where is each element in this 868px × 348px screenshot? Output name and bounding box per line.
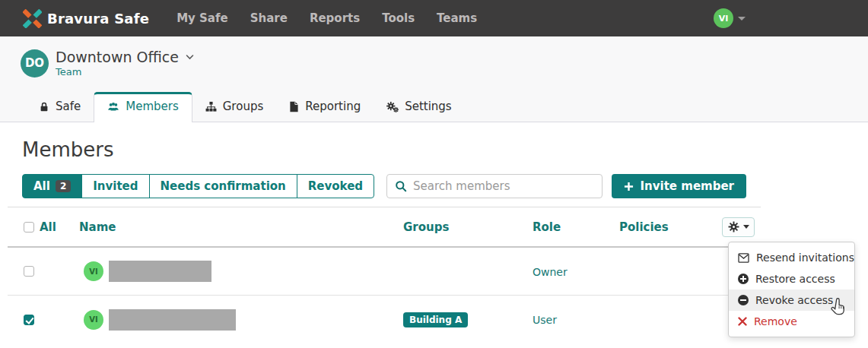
table-header-row: All Name Groups Role Policies [8, 207, 755, 248]
member-count-badge: 2 [56, 180, 71, 192]
team-switcher-chevron-icon[interactable] [186, 54, 194, 60]
tab-groups[interactable]: Groups [192, 93, 276, 122]
filter-label: Needs confirmation [161, 179, 286, 193]
select-all-label: All [40, 220, 56, 234]
tab-label: Safe [56, 100, 81, 113]
main-nav: My Safe Share Reports Tools Teams [176, 11, 477, 25]
filter-label: All [33, 179, 50, 193]
members-toolbar: All 2 Invited Needs confirmation Revoked [22, 174, 746, 198]
file-icon [289, 101, 299, 112]
member-role: User [533, 314, 557, 326]
chevron-down-icon [738, 17, 746, 21]
page: Bravura Safe My Safe Share Reports Tools… [0, 0, 868, 348]
brand-name: Bravura Safe [47, 11, 149, 27]
group-badge: Building A [403, 312, 468, 327]
lock-icon [39, 101, 49, 112]
nav-item-my-safe[interactable]: My Safe [176, 11, 228, 25]
tab-settings[interactable]: Settings [374, 93, 465, 122]
filter-label: Invited [93, 179, 138, 193]
plus-icon [624, 182, 634, 191]
top-navbar: Bravura Safe My Safe Share Reports Tools… [0, 0, 868, 36]
column-header-name: Name [79, 220, 403, 234]
menu-item-restore-access[interactable]: Restore access [729, 268, 854, 289]
nav-item-teams[interactable]: Teams [437, 11, 477, 25]
user-avatar: VI [714, 8, 733, 28]
filter-revoked-button[interactable]: Revoked [297, 174, 374, 198]
member-filter-group: All 2 Invited Needs confirmation Revoked [22, 174, 374, 198]
menu-item-label: Resend invitations [756, 252, 854, 264]
tab-label: Groups [223, 100, 263, 113]
search-members-input[interactable] [386, 174, 602, 198]
team-subtitle: Team [56, 66, 194, 78]
table-options-button[interactable] [722, 217, 755, 237]
tab-label: Reporting [305, 100, 361, 113]
menu-item-remove[interactable]: Remove [729, 311, 854, 332]
menu-item-revoke-access[interactable]: Revoke access [729, 289, 854, 311]
gear-icon [728, 221, 739, 233]
row-checkbox[interactable] [24, 266, 34, 277]
team-header: DO Downtown Office Team [0, 36, 868, 90]
team-avatar: DO [21, 49, 49, 78]
tab-label: Settings [405, 100, 452, 113]
tab-bar: Safe Members Groups Reporting [0, 90, 868, 122]
brand-logo[interactable]: Bravura Safe [23, 9, 149, 28]
redacted-member-name [109, 309, 236, 331]
filter-all-button[interactable]: All 2 [22, 174, 82, 198]
filter-invited-button[interactable]: Invited [81, 174, 149, 198]
nav-item-reports[interactable]: Reports [310, 11, 360, 25]
menu-item-resend-invitations[interactable]: Resend invitations [729, 247, 854, 268]
nav-item-share[interactable]: Share [250, 11, 288, 25]
nav-item-tools[interactable]: Tools [382, 11, 415, 25]
filter-label: Revoked [308, 179, 363, 193]
invite-member-button[interactable]: Invite member [612, 174, 747, 198]
filter-needs-confirmation-button[interactable]: Needs confirmation [149, 174, 297, 198]
menu-item-label: Restore access [755, 273, 835, 285]
invite-member-label: Invite member [641, 179, 735, 193]
account-menu-button[interactable]: VI [714, 8, 746, 28]
sitemap-icon [205, 101, 217, 112]
envelope-icon [738, 253, 749, 263]
x-icon [738, 317, 747, 326]
tab-label: Members [126, 100, 179, 113]
users-icon [107, 101, 119, 112]
table-options-dropdown: Resend invitations Restore access Revoke… [728, 242, 855, 337]
redacted-member-name [109, 261, 211, 282]
team-title: Downtown Office [56, 49, 179, 65]
gears-icon [386, 101, 399, 112]
member-avatar: VI [84, 310, 103, 330]
member-role: Owner [533, 266, 568, 278]
tab-members[interactable]: Members [94, 92, 192, 122]
member-row[interactable]: VI Owner [8, 248, 755, 296]
plus-circle-icon [738, 274, 749, 284]
column-header-role: Role [533, 220, 619, 234]
page-title: Members [22, 138, 761, 161]
menu-item-label: Remove [754, 315, 797, 327]
column-header-policies: Policies [619, 220, 722, 234]
minus-circle-icon [738, 295, 749, 305]
row-checkbox[interactable] [24, 315, 34, 325]
tab-reporting[interactable]: Reporting [276, 93, 374, 122]
members-table: All Name Groups Role Policies [8, 207, 755, 343]
bravura-logo-icon [23, 9, 42, 28]
member-avatar: VI [84, 261, 103, 281]
column-header-groups: Groups [403, 220, 533, 234]
member-row[interactable]: VI Building A User [8, 296, 755, 343]
search-icon [395, 180, 407, 195]
menu-item-label: Revoke access [755, 294, 833, 306]
tab-safe[interactable]: Safe [26, 93, 94, 122]
select-all-checkbox[interactable] [24, 222, 34, 233]
chevron-down-icon [743, 225, 749, 229]
